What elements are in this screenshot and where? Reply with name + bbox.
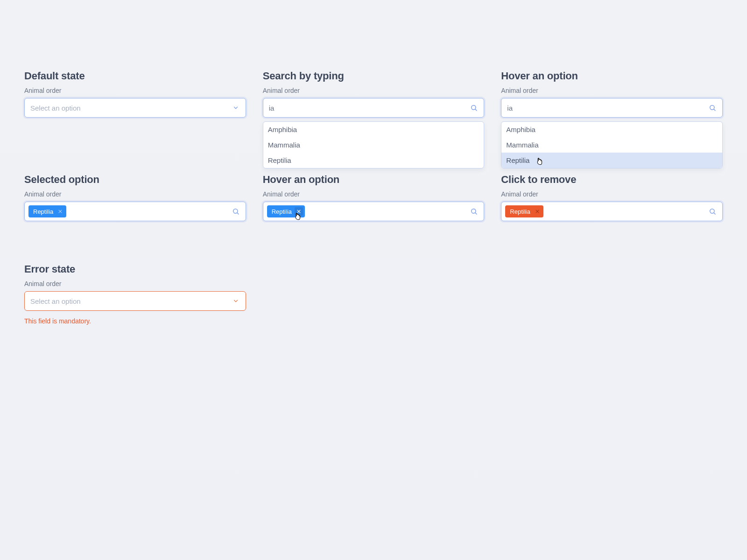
section-heading: Error state [24, 263, 246, 275]
select-input[interactable]: Select an option [24, 98, 246, 118]
selected-chip[interactable]: Reptilia [28, 205, 66, 217]
section-heading: Click to remove [501, 174, 723, 186]
search-icon [708, 207, 717, 216]
error-message: This field is mandatory. [24, 317, 246, 325]
select-input[interactable]: Reptilia [24, 202, 246, 221]
chip-remove-icon[interactable] [295, 207, 303, 216]
svg-line-1 [475, 109, 477, 111]
dropdown-panel: Amphibia Mammalia Reptilia [501, 121, 723, 168]
section-heading: Hover an option [263, 174, 485, 186]
svg-line-7 [237, 213, 238, 214]
chip-remove-icon[interactable] [56, 207, 64, 216]
section-hover-chip: Hover an option Animal order Reptilia [263, 174, 485, 221]
section-heading: Selected option [24, 174, 246, 186]
section-click-to-remove: Click to remove Animal order Reptilia [501, 174, 723, 221]
field-label: Animal order [24, 87, 246, 94]
chevron-down-icon [232, 297, 240, 305]
search-icon [470, 104, 478, 112]
selected-chip[interactable]: Reptilia [267, 205, 305, 217]
select-placeholder: Select an option [30, 297, 81, 305]
select-input[interactable]: Reptilia [501, 202, 723, 221]
selected-chip-removing[interactable]: Reptilia [505, 205, 543, 217]
chip-label: Reptilia [510, 208, 530, 215]
search-icon [470, 207, 478, 216]
dropdown-option-hovered[interactable]: Reptilia [501, 153, 722, 168]
select-search-input[interactable]: ia [263, 98, 485, 118]
dropdown-option[interactable]: Mammalia [501, 137, 722, 153]
section-heading: Search by typing [263, 70, 485, 82]
section-error-state: Error state Animal order Select an optio… [24, 263, 246, 325]
section-selected-option: Selected option Animal order Reptilia [24, 174, 246, 221]
dropdown-option[interactable]: Amphibia [263, 122, 484, 137]
dropdown-option[interactable]: Amphibia [501, 122, 722, 137]
select-search-input[interactable]: ia [501, 98, 723, 118]
field-label: Animal order [24, 190, 246, 198]
chip-remove-icon[interactable] [533, 207, 542, 216]
search-text: ia [269, 104, 275, 112]
dropdown-panel: Amphibia Mammalia Reptilia [263, 121, 485, 168]
field-label: Animal order [263, 87, 485, 94]
section-hover-option: Hover an option Animal order ia Amphibia… [501, 70, 723, 118]
field-label: Animal order [501, 87, 723, 94]
dropdown-option[interactable]: Mammalia [263, 137, 484, 153]
field-label: Animal order [263, 190, 485, 198]
svg-line-11 [475, 213, 477, 214]
search-icon [708, 104, 717, 112]
section-heading: Default state [24, 70, 246, 82]
chevron-down-icon [232, 104, 240, 112]
select-input-error[interactable]: Select an option [24, 291, 246, 311]
chip-label: Reptilia [33, 208, 53, 215]
section-heading: Hover an option [501, 70, 723, 82]
field-label: Animal order [501, 190, 723, 198]
field-label: Animal order [24, 280, 246, 287]
dropdown-option[interactable]: Reptilia [263, 153, 484, 168]
select-input[interactable]: Reptilia [263, 202, 485, 221]
svg-line-3 [714, 109, 715, 111]
svg-line-15 [714, 213, 715, 214]
search-text: ia [507, 104, 513, 112]
select-placeholder: Select an option [30, 104, 81, 112]
search-icon [232, 207, 240, 216]
section-search-by-typing: Search by typing Animal order ia Amphibi… [263, 70, 485, 118]
chip-label: Reptilia [272, 208, 292, 215]
section-default-state: Default state Animal order Select an opt… [24, 70, 246, 118]
